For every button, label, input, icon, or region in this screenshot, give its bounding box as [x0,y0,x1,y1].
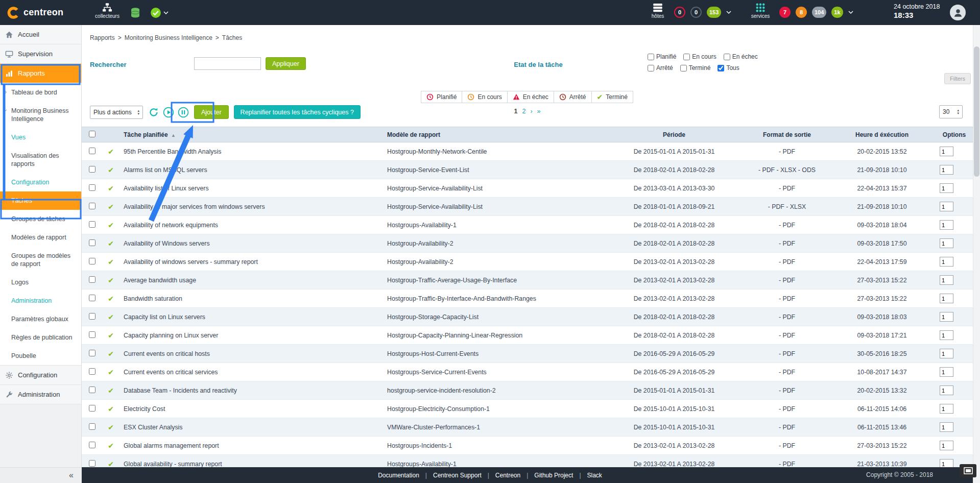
options-input[interactable] [940,220,953,230]
row-checkbox[interactable] [89,184,95,191]
sidebar-item-groupes-de-taches[interactable]: Groupes de tâches [0,210,81,228]
row-checkbox[interactable] [89,350,95,356]
options-input[interactable] [940,257,953,267]
footer-link-centreon-support[interactable]: Centreon Support [433,472,482,479]
services-unknown-badge[interactable]: 104 [812,7,826,18]
sidebar-collapse-toggle[interactable]: « [0,467,82,483]
options-input[interactable] [940,330,953,340]
task-name[interactable]: Availability of network equipments [124,222,218,229]
table-row[interactable]: ✔ Availability of major services from wi… [82,198,973,216]
options-input[interactable] [940,165,953,175]
sidebar-group-configuration[interactable]: Configuration [0,173,81,191]
row-checkbox[interactable] [89,387,95,393]
sidebar-item-configuration[interactable]: Configuration [0,366,81,385]
hosts-down-badge[interactable]: 0 [674,7,685,18]
page-1[interactable]: 1 [514,108,517,115]
options-input[interactable] [940,422,953,432]
options-input[interactable] [940,312,953,322]
task-name[interactable]: Availability of major services from wind… [124,203,265,210]
row-checkbox[interactable] [89,203,95,209]
services-warning-badge[interactable]: 8 [796,7,807,18]
format-column-header[interactable]: Format de sortie [746,127,828,142]
planifie-checkbox[interactable] [648,54,654,60]
model-column-header[interactable]: Modèle de rapport [383,127,603,142]
task-name[interactable]: Global alarms management report [124,442,219,449]
row-checkbox[interactable] [89,405,95,412]
table-row[interactable]: ✔ Alarms list on MSSQL servers Hostgroup… [82,161,973,179]
scrollbar-thumb[interactable] [974,46,979,177]
options-input[interactable] [940,294,953,303]
hosts-up-badge[interactable]: 153 [707,7,721,18]
table-row[interactable]: ✔ Electricity Cost Hostgroup-Electricity… [82,400,973,418]
row-checkbox[interactable] [89,368,95,375]
select-all-checkbox[interactable] [89,131,95,137]
fullscreen-toggle[interactable] [960,464,976,477]
options-input[interactable] [940,459,953,467]
task-name[interactable]: Bandwidth saturation [124,295,182,302]
row-checkbox[interactable] [89,239,95,246]
row-checkbox[interactable] [89,276,95,283]
apply-button[interactable]: Appliquer [266,57,306,70]
time-column-header[interactable]: Heure d éxécution [828,127,936,142]
services-ok-badge[interactable]: 1k [831,7,843,18]
sidebar-item-supervision[interactable]: Supervision [0,44,81,64]
task-name[interactable]: Availability of windows servers - summar… [124,258,258,265]
row-checkbox[interactable] [89,442,95,448]
sidebar-item-regles-de-publication[interactable]: Règles de publication [0,328,81,347]
table-row[interactable]: ✔ ESX Cluster Analysis VMWare-Cluster-Pe… [82,418,973,437]
en-cours-checkbox[interactable] [683,54,690,60]
table-row[interactable]: ✔ Global alarms management report Hostgr… [82,437,973,455]
row-checkbox[interactable] [89,295,95,301]
termine-checkbox[interactable] [680,65,687,71]
arrete-checkbox[interactable] [648,65,654,71]
services-menu[interactable]: services [747,3,774,19]
pollers-menu[interactable]: collecteurs [94,3,121,19]
centreon-logo[interactable]: centreon [0,0,82,25]
options-input[interactable] [940,147,953,156]
table-row[interactable]: ✔ Current events on critical services Ho… [82,363,973,381]
sidebar-item-rapports[interactable]: Rapports [0,64,81,83]
chevron-down-icon[interactable] [848,11,853,14]
breadcrumb-rapports[interactable]: Rapports [90,34,115,41]
search-input[interactable] [194,57,261,70]
task-name[interactable]: Current events on critical hosts [124,350,210,357]
options-input[interactable] [940,183,953,193]
options-input[interactable] [940,367,953,377]
hosts-unreachable-badge[interactable]: 0 [690,7,702,18]
table-row[interactable]: ✔ Capacity planning on Linux server Host… [82,326,973,345]
breadcrumb-taches[interactable]: Tâches [222,34,242,41]
options-input[interactable] [940,441,953,450]
footer-link-slack[interactable]: Slack [587,472,602,479]
sidebar-item-modeles-de-rapport[interactable]: Modèles de rapport [0,228,81,247]
task-name[interactable]: Capacity planning on Linux server [124,332,218,339]
sidebar-item-logos[interactable]: Logos [0,273,81,292]
row-checkbox[interactable] [89,460,95,467]
task-name[interactable]: ESX Cluster Analysis [124,424,183,431]
sidebar-item-visualisation-des-rapports[interactable]: Visualisation des rapports [0,147,81,173]
table-row[interactable]: ✔ Availability of Windows servers Hostgr… [82,234,973,253]
sidebar-group-administration[interactable]: Administration [0,292,81,310]
table-row[interactable]: ✔ Availability of network equipments Hos… [82,216,973,234]
options-input[interactable] [940,202,953,211]
task-column-header[interactable]: Tâche planifiée ▲ [119,127,383,142]
task-name[interactable]: Database Team - Incidents and reactivity [124,387,237,394]
table-row[interactable]: ✔ 95th Percentile Bandwidth Analysis Hos… [82,142,973,161]
sidebar-item-accueil[interactable]: Accueil [0,25,81,44]
table-row[interactable]: ✔ Bandwidth saturation Hostgroup-Traffic… [82,289,973,308]
sidebar-item-groupes-de-modeles-de-rapport[interactable]: Groupes de modèles de rapport [0,247,81,273]
footer-link-centreon[interactable]: Centreon [495,472,520,479]
chevron-down-icon[interactable] [726,11,731,14]
period-column-header[interactable]: Période [603,127,746,142]
last-page[interactable]: » [537,108,541,115]
task-name[interactable]: Electricity Cost [124,405,165,413]
table-row[interactable]: ✔ Average bandwidth usage Hostgroup-Traf… [82,271,973,289]
page-2[interactable]: 2 [522,108,525,115]
filters-tab[interactable]: Filters [944,73,971,84]
table-row[interactable]: ✔ Database Team - Incidents and reactivi… [82,381,973,400]
options-input[interactable] [940,404,953,414]
services-critical-badge[interactable]: 7 [779,7,791,18]
footer-link-github-project[interactable]: Github Project [534,472,573,479]
task-name[interactable]: Availability list of Linux servers [124,185,209,192]
hosts-menu[interactable]: hôtes [644,3,671,19]
table-row[interactable]: ✔ Global availability - summary report H… [82,455,973,468]
